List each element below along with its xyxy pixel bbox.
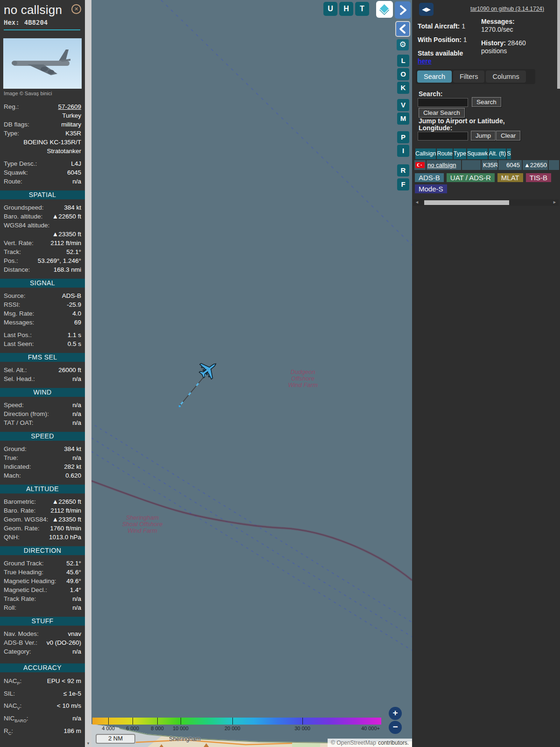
row-value: 1.4° — [47, 585, 81, 594]
settings-button[interactable]: ⚙ — [397, 39, 409, 50]
map-button-follow[interactable]: F — [397, 178, 409, 190]
info-row: Squawk: 6045 — [0, 168, 85, 177]
scroll-right-arrow-icon[interactable]: ► — [553, 200, 557, 204]
data-row: Last Pos.: 1.1 s — [0, 331, 85, 339]
osm-link[interactable]: © OpenStreetMap — [331, 740, 376, 746]
data-row: Roll: n/a — [0, 603, 85, 612]
github-link[interactable]: tar1090 on github (3.14.1724) — [470, 6, 544, 12]
altitude-cell: ▲22650 — [523, 160, 548, 170]
table-header-cell[interactable]: Route — [437, 148, 452, 159]
zoom-out-button[interactable]: − — [389, 721, 402, 734]
row-label: Speed: — [4, 401, 24, 409]
sidebar-expand-button[interactable] — [395, 1, 411, 19]
section-header-spatial: SPATIAL — [0, 190, 85, 199]
zoom-in-button[interactable]: + — [389, 707, 402, 720]
table-header-cell[interactable]: Type — [454, 148, 466, 159]
data-row: Messages: 69 — [0, 318, 85, 327]
layer-switcher-button[interactable] — [376, 1, 393, 18]
row-label: Ground Track: — [4, 559, 44, 568]
aircraft-photo[interactable] — [3, 38, 82, 89]
row-label: Magnetic Heading: — [4, 577, 56, 585]
data-row: RC: 186 m — [0, 726, 85, 739]
close-icon[interactable]: ✕ — [71, 4, 81, 14]
callsign-cell[interactable]: no callsign — [427, 160, 461, 170]
table-header-cell[interactable]: Alt. (ft) — [489, 148, 506, 159]
search-button[interactable]: Search — [472, 97, 501, 107]
row-label: Vert. Rate: — [4, 239, 34, 247]
legend-chip[interactable]: Mode-S — [415, 184, 447, 193]
row-value: military — [29, 120, 81, 129]
map-button-multiselect[interactable]: M — [397, 113, 409, 125]
row-label: Geom. Rate: — [4, 524, 40, 533]
map-button-reset[interactable]: R — [397, 164, 409, 176]
row-value: 53.269°, 1.246° — [18, 256, 81, 265]
row-label: Ground: — [4, 444, 27, 453]
scrollbar-down-arrow-icon[interactable]: ▼ — [85, 741, 91, 746]
row-label: Route: — [4, 177, 22, 186]
jump-clear-button[interactable]: Clear — [496, 131, 520, 141]
clear-search-button[interactable]: Clear Search — [419, 108, 465, 118]
panel-vertical-scrollbar-thumb[interactable] — [557, 0, 560, 89]
row-value: n/a — [16, 603, 81, 612]
scroll-left-arrow-icon[interactable]: ◄ — [415, 200, 419, 204]
row-value: ▲22650 ft — [36, 497, 81, 506]
row-label: True: — [4, 453, 18, 462]
scrollbar-thumb[interactable] — [424, 200, 509, 205]
data-row: Direction (from): n/a — [0, 409, 85, 418]
row-label: Category: — [4, 647, 31, 656]
row-label: QNH: — [4, 533, 20, 542]
sidebar-header: no callsign ✕ Hex:4B8204 — [0, 0, 85, 30]
table-horizontal-scrollbar[interactable]: ◄ ► — [413, 199, 559, 206]
map-button-isolate[interactable]: I — [397, 145, 409, 157]
legend-chip[interactable]: TIS-B — [526, 173, 551, 182]
jump-input[interactable] — [418, 132, 468, 141]
row-value: 2112 ft/min — [34, 239, 81, 247]
stats-here-link[interactable]: here — [418, 57, 432, 65]
map-canvas[interactable]: Dudgeon Offshore Wind Farm Sheringham Sh… — [91, 0, 412, 747]
table-header-cell[interactable]: S — [507, 148, 511, 159]
table-header-cell[interactable]: Squawk — [467, 148, 488, 159]
row-label: Mach: — [4, 471, 21, 480]
type-cell: K35R — [482, 160, 497, 170]
panel-resize-button[interactable]: ◀▶ — [419, 3, 434, 16]
aircraft-table: CallsignRouteTypeSquawkAlt. (ft)S no cal… — [414, 148, 559, 171]
legend-chip[interactable]: ADS-B — [415, 173, 444, 182]
legend-chip[interactable]: UAT / ADS-R — [447, 173, 495, 182]
map-button-overlays[interactable]: O — [397, 68, 409, 80]
search-input[interactable] — [418, 98, 468, 107]
toggle-tracks-button[interactable]: T — [355, 2, 369, 16]
sidebar-scrollbar[interactable]: ▼ — [85, 0, 91, 747]
map-button-v[interactable]: V — [397, 99, 409, 111]
map-button-tracks[interactable]: K — [397, 82, 409, 94]
toggle-heatmap-button[interactable]: H — [339, 2, 353, 16]
data-row: Pos.: 53.269°, 1.246° — [0, 256, 85, 265]
info-row: BOEING KC-135R/T — [0, 138, 85, 147]
right-panel: ◀▶ tar1090 on github (3.14.1724) Total A… — [412, 0, 560, 747]
data-row: Msg. Rate: 4.0 — [0, 309, 85, 318]
chevron-left-icon — [396, 22, 409, 36]
table-row[interactable]: no callsign K35R 6045 ▲22650 — [414, 160, 559, 170]
tab[interactable]: Filters — [453, 70, 484, 83]
reg-link[interactable]: 57-2609 — [19, 102, 81, 111]
data-row: Source: ADS-B — [0, 291, 85, 300]
sidebar-collapse-button[interactable] — [395, 21, 410, 37]
map-button-labels[interactable]: L — [397, 55, 409, 67]
section-accuracy: ACCURACY NACP: EPU < 92 m SIL: ≤ 1e-5 NA… — [0, 663, 85, 738]
row-value: 0.5 s — [34, 339, 81, 348]
aircraft-detail-sidebar: no callsign ✕ Hex:4B8204 Image © Savaş b… — [0, 0, 85, 747]
row-value: 2112 ft/min — [35, 506, 81, 515]
accent-divider — [4, 29, 80, 30]
jump-button[interactable]: Jump — [471, 131, 496, 141]
legend-chip[interactable]: MLAT — [497, 173, 523, 182]
data-row: ADS-B Ver.: v0 (DO-260) — [0, 638, 85, 647]
row-label: Msg. Rate: — [4, 309, 34, 318]
table-header-cell[interactable]: Callsign — [415, 148, 436, 159]
reg-label: Reg.: — [4, 102, 19, 111]
tab[interactable]: Search — [417, 70, 452, 83]
data-row: QNH: 1013.0 hPa — [0, 533, 85, 542]
map-button-p[interactable]: P — [397, 131, 409, 143]
aircraft-icon[interactable] — [196, 356, 222, 382]
section-wind: WIND Speed: n/a Direction (from): n/a TA… — [0, 388, 85, 427]
toggle-units-button[interactable]: U — [323, 2, 337, 16]
tab[interactable]: Columns — [486, 70, 525, 83]
